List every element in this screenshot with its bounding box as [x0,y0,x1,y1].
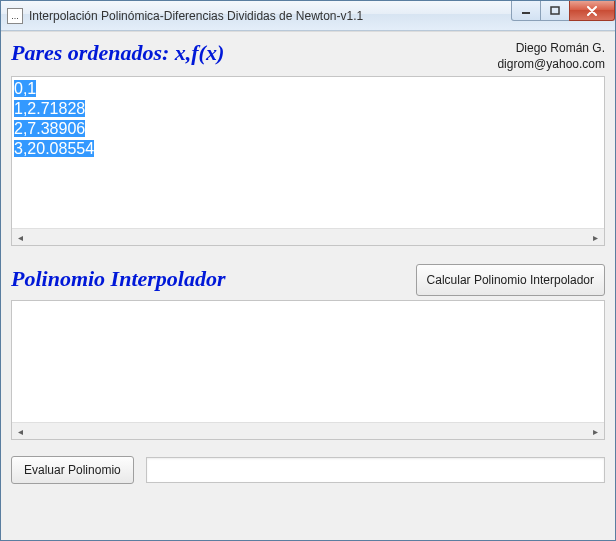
scroll-right-icon[interactable]: ▸ [587,229,604,246]
poly-heading: Polinomio Interpolador [11,266,226,292]
scroll-right-icon[interactable]: ▸ [587,423,604,440]
pairs-hscrollbar[interactable]: ◂ ▸ [12,228,604,245]
minimize-button[interactable] [511,1,541,21]
scroll-track[interactable] [29,423,587,439]
svg-rect-1 [551,7,559,14]
window-controls [512,1,615,30]
close-button[interactable] [569,1,615,21]
pairs-text-content[interactable]: 0,11,2.718282,7.389063,20.08554 [12,77,604,228]
scroll-left-icon[interactable]: ◂ [12,229,29,246]
author-name: Diego Román G. [497,40,605,56]
calculate-button[interactable]: Calcular Polinomio Interpolador [416,264,605,296]
author-email: digrom@yahoo.com [497,56,605,72]
titlebar[interactable]: ... Interpolación Polinómica-Diferencias… [1,1,615,31]
app-icon: ... [7,8,23,24]
poly-text-content[interactable] [12,301,604,422]
evaluate-button[interactable]: Evaluar Polinomio [11,456,134,484]
app-window: ... Interpolación Polinómica-Diferencias… [0,0,616,541]
poly-hscrollbar[interactable]: ◂ ▸ [12,422,604,439]
scroll-left-icon[interactable]: ◂ [12,423,29,440]
pairs-heading: Pares ordenados: x,f(x) [11,40,224,66]
poly-textbox[interactable]: ◂ ▸ [11,300,605,440]
evaluate-input[interactable] [146,457,605,483]
window-title: Interpolación Polinómica-Diferencias Div… [29,9,512,23]
credits: Diego Román G. digrom@yahoo.com [497,40,605,72]
client-area: Pares ordenados: x,f(x) Diego Román G. d… [1,31,615,540]
pairs-textbox[interactable]: 0,11,2.718282,7.389063,20.08554 ◂ ▸ [11,76,605,246]
maximize-button[interactable] [540,1,570,21]
svg-rect-0 [522,12,530,14]
scroll-track[interactable] [29,229,587,245]
